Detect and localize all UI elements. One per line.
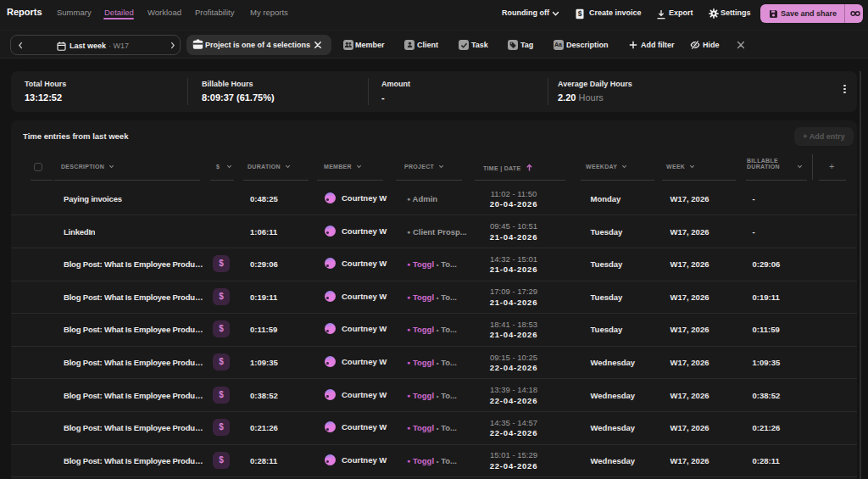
svg-text:$: $ [578, 9, 582, 18]
